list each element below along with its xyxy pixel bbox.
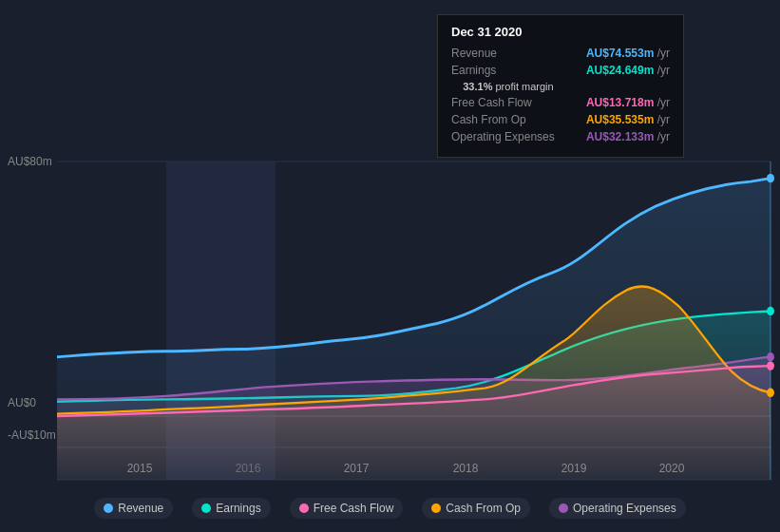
tooltip-row-cashfromop: Cash From Op AU$35.535m /yr <box>451 113 670 126</box>
tooltip-value-revenue: AU$74.553m /yr <box>586 47 670 60</box>
legend-label-cashfromop: Cash From Op <box>446 502 521 515</box>
legend-label-opex: Operating Expenses <box>573 502 676 515</box>
svg-point-6 <box>767 174 774 182</box>
tooltip-label-revenue: Revenue <box>451 47 497 60</box>
legend-item-fcf[interactable]: Free Cash Flow <box>290 498 404 519</box>
chart-legend: Revenue Earnings Free Cash Flow Cash Fro… <box>0 498 780 519</box>
legend-dot-earnings <box>201 504 211 513</box>
tooltip-profit-margin: 33.1% profit margin <box>451 81 670 92</box>
tooltip-label-opex: Operating Expenses <box>451 130 555 143</box>
tooltip-label-earnings: Earnings <box>451 64 496 77</box>
legend-label-revenue: Revenue <box>118 502 163 515</box>
tooltip-label-fcf: Free Cash Flow <box>451 96 532 109</box>
y-label-0: AU$0 <box>8 396 36 409</box>
tooltip-row-fcf: Free Cash Flow AU$13.718m /yr <box>451 96 670 109</box>
legend-dot-revenue <box>104 504 113 513</box>
legend-label-earnings: Earnings <box>216 502 260 515</box>
svg-point-10 <box>767 361 774 370</box>
legend-item-cashfromop[interactable]: Cash From Op <box>422 498 530 519</box>
tooltip-row-earnings: Earnings AU$24.649m /yr <box>451 64 670 77</box>
tooltip-row-revenue: Revenue AU$74.553m /yr <box>451 47 670 60</box>
tooltip-title: Dec 31 2020 <box>451 25 670 39</box>
legend-dot-opex <box>559 504 568 513</box>
legend-label-fcf: Free Cash Flow <box>314 502 394 515</box>
chart-container: AU$80m AU$0 -AU$10m 2015 2016 2017 2018 … <box>0 0 780 532</box>
svg-point-8 <box>767 389 774 397</box>
legend-dot-cashfromop <box>431 504 441 513</box>
chart-area <box>57 162 770 480</box>
tooltip-value-cashfromop: AU$35.535m /yr <box>586 113 670 126</box>
legend-item-revenue[interactable]: Revenue <box>94 498 173 519</box>
svg-point-7 <box>767 307 774 315</box>
y-label-80m: AU$80m <box>8 155 52 168</box>
legend-item-earnings[interactable]: Earnings <box>192 498 270 519</box>
legend-item-opex[interactable]: Operating Expenses <box>549 498 686 519</box>
y-label-neg10m: -AU$10m <box>8 428 56 442</box>
data-tooltip: Dec 31 2020 Revenue AU$74.553m /yr Earni… <box>437 14 684 158</box>
chart-svg <box>57 162 770 480</box>
svg-point-9 <box>767 352 774 361</box>
tooltip-value-earnings: AU$24.649m /yr <box>586 64 670 77</box>
tooltip-row-opex: Operating Expenses AU$32.133m /yr <box>451 130 670 143</box>
legend-dot-fcf <box>299 504 309 513</box>
tooltip-value-fcf: AU$13.718m /yr <box>586 96 670 109</box>
tooltip-value-opex: AU$32.133m /yr <box>586 130 670 143</box>
tooltip-label-cashfromop: Cash From Op <box>451 113 526 126</box>
